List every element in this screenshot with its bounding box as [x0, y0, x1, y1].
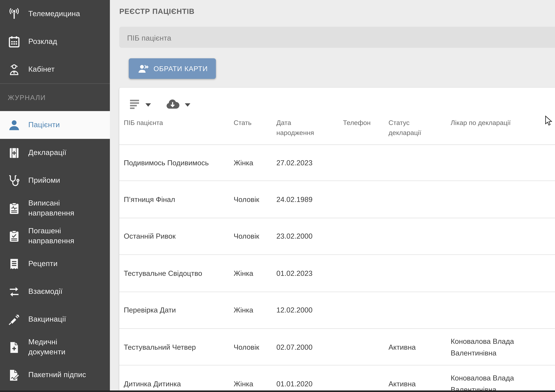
sidebar-item-appointments[interactable]: Прийоми — [0, 167, 110, 194]
doctor-icon — [7, 63, 21, 76]
sidebar-item-schedule[interactable]: Розклад — [0, 28, 110, 56]
sidebar-item-medical-documents[interactable]: Медичні документи — [0, 333, 110, 361]
sidebar-item-label: Вакцинації — [28, 314, 66, 324]
cell-birth: 12.02.2000 — [276, 304, 321, 316]
cell-birth: 23.02.2000 — [276, 230, 321, 242]
cell-name: П’ятниця Фінал — [124, 194, 229, 205]
table-row[interactable]: Тестувальне СвідоцтвоЖінка01.02.2023І280… — [119, 255, 555, 292]
sidebar-section-journals: ЖУРНАЛИ — [0, 84, 110, 111]
stethoscope-icon — [7, 174, 21, 187]
sidebar-item-issued-referrals[interactable]: Виписані направлення — [0, 194, 110, 222]
sidebar-item-label: Кабінет — [28, 64, 55, 74]
table-header-row: ПІБ пацієнтаСтатьДата народженняТелефонС… — [119, 114, 555, 145]
sidebar-item-label: Виписані направлення — [28, 198, 90, 218]
sidebar-item-label: Пацієнти — [28, 120, 60, 130]
antenna-icon — [7, 7, 21, 21]
doc-plus-icon — [7, 340, 21, 354]
column-header-status[interactable]: Статус декларації — [388, 118, 436, 138]
search-input[interactable] — [126, 27, 555, 49]
sidebar-item-interactions[interactable]: Взаємодії — [0, 278, 110, 305]
list-view-icon[interactable] — [128, 98, 143, 112]
cell-status: Активна — [388, 378, 436, 390]
cell-name: Дитинка Дитинка — [124, 378, 229, 390]
cell-sex: Жінка — [234, 157, 272, 168]
column-header-name[interactable]: ПІБ пацієнта — [124, 118, 229, 128]
cell-name: Тестувальний Четвер — [124, 341, 229, 353]
clipboard-check-icon — [7, 229, 21, 243]
sidebar-item-vaccinations[interactable]: Вакцинації — [0, 305, 110, 333]
arrows-icon — [7, 285, 21, 299]
sidebar-item-label: Розклад — [28, 37, 57, 47]
cell-birth: 02.07.2000 — [276, 341, 321, 353]
cell-birth: 27.02.2023 — [276, 157, 321, 168]
select-cards-label: ОБРАТИ КАРТИ — [153, 65, 208, 73]
cell-doctor: Коновалова Влада Валентинівна — [451, 372, 523, 392]
cell-name: Тестувальне Свідоцтво — [124, 267, 229, 279]
cell-name: Останній Ривок — [124, 230, 229, 242]
sidebar-item-label: Пакетний підпис — [28, 370, 86, 380]
sidebar-item-cabinet[interactable]: Кабінет — [0, 56, 110, 83]
sidebar-item-label: Погашені направлення — [28, 226, 90, 246]
sidebar: ТелемедицинаРозкладКабінет ЖУРНАЛИ Паціє… — [0, 0, 110, 392]
cell-sex: Жінка — [234, 267, 272, 279]
column-header-birth[interactable]: Дата народження — [276, 118, 321, 138]
main-content: РЕЄСТР ПАЦІЄНТІВ ОБРАТИ КАРТИ Телемедици… — [110, 0, 555, 392]
page-title: РЕЄСТР ПАЦІЄНТІВ — [119, 7, 195, 15]
sidebar-item-declarations[interactable]: Декларації — [0, 139, 110, 167]
sidebar-item-telemedicine[interactable]: Телемедицина — [0, 0, 110, 28]
syringe-icon — [7, 312, 21, 326]
cell-doctor: Коновалова Влада Валентинівна — [451, 335, 523, 359]
sidebar-journal-items: ПацієнтиДеклараціїПрийомиВиписані направ… — [0, 111, 110, 389]
sidebar-item-batch-signature[interactable]: Пакетний підпис — [0, 361, 110, 389]
receipt-icon — [7, 257, 21, 271]
cell-sex: Чоловік — [234, 230, 272, 242]
cell-sex: Чоловік — [234, 341, 272, 353]
patients-table-card: ПІБ пацієнтаСтатьДата народженняТелефонС… — [119, 88, 555, 392]
person-icon — [7, 118, 21, 132]
table-body: Подивимось ПодивимосьЖінка27.02.2023І280… — [119, 144, 555, 392]
cell-name: Перевірка Дати — [124, 304, 229, 316]
column-header-sex[interactable]: Стать — [234, 118, 272, 128]
cell-birth: 01.02.2023 — [276, 267, 321, 279]
table-row[interactable]: Перевірка ДатиЖінка12.02.2000І280610Амбу… — [119, 292, 555, 329]
column-header-phone[interactable]: Телефон — [343, 118, 385, 128]
sidebar-item-label: Медичні документи — [28, 337, 90, 357]
patient-search-field[interactable] — [119, 27, 555, 48]
table-row[interactable]: Тестувальний ЧетверЧоловік02.07.2000Акти… — [119, 329, 555, 366]
cell-birth: 01.01.2020 — [276, 378, 321, 390]
sidebar-item-label: Рецепти — [28, 259, 58, 269]
doc-sign-icon — [7, 368, 21, 382]
sidebar-item-label: Декларації — [28, 148, 66, 158]
sidebar-item-recipes[interactable]: Рецепти — [0, 250, 110, 278]
person-add-icon — [137, 63, 149, 75]
app-window: ТелемедицинаРозкладКабінет ЖУРНАЛИ Паціє… — [0, 0, 555, 392]
cell-name: Подивимось Подивимось — [124, 157, 229, 168]
mouse-cursor-icon — [545, 116, 553, 127]
table-row[interactable]: П’ятниця ФіналЧоловік24.02.1989І280632Ам… — [119, 181, 555, 218]
sidebar-item-patients[interactable]: Пацієнти — [0, 111, 110, 139]
cloud-download-icon[interactable] — [165, 97, 180, 112]
cell-status: Активна — [388, 341, 436, 353]
column-header-doctor[interactable]: Лікар по декларації — [451, 118, 523, 128]
cell-sex: Жінка — [234, 304, 272, 316]
sidebar-item-redeemed-referrals[interactable]: Погашені направлення — [0, 222, 110, 250]
sidebar-item-label: Телемедицина — [28, 9, 80, 19]
declaration-icon — [7, 146, 21, 160]
select-cards-button[interactable]: ОБРАТИ КАРТИ — [129, 58, 216, 79]
cell-sex: Чоловік — [234, 194, 272, 205]
screen-bottom-edge — [0, 390, 555, 392]
calendar-icon — [7, 35, 21, 49]
sidebar-top-section: ТелемедицинаРозкладКабінет — [0, 0, 110, 83]
list-view-caret-icon[interactable] — [146, 103, 151, 107]
export-caret-icon[interactable] — [185, 103, 190, 107]
cell-birth: 24.02.1989 — [276, 194, 321, 205]
table-row[interactable]: Дитинка ДитинкаЖінка01.01.2020АктивнаКон… — [119, 366, 555, 392]
cell-sex: Жінка — [234, 378, 272, 390]
clipboard-pulse-icon — [7, 201, 21, 215]
table-row[interactable]: Останній РивокЧоловік23.02.2000І280627Ам… — [119, 218, 555, 255]
sidebar-item-label: Прийоми — [28, 176, 60, 185]
sidebar-item-label: Взаємодії — [28, 287, 63, 296]
table-row[interactable]: Подивимось ПодивимосьЖінка27.02.2023І280… — [119, 144, 555, 181]
